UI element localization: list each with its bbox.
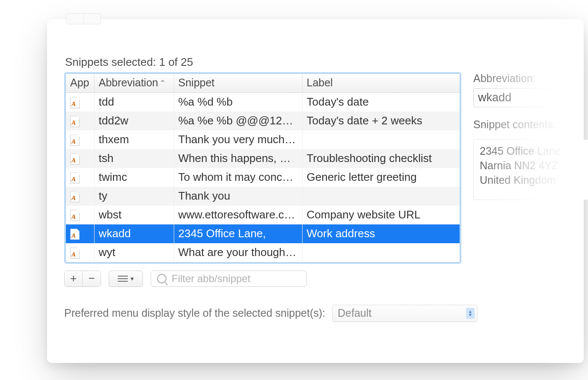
table-row[interactable]: AtyThank you [66,187,460,206]
cell-label: Work address [302,224,460,243]
snippet-detail-pane: Abbreviation: wkadd Snippet contents: 23… [473,72,588,200]
display-style-popup[interactable]: Default ▲▼ [332,305,478,322]
remove-button[interactable]: − [83,271,101,286]
cell-abbreviation: wkadd [94,224,174,243]
cell-abbreviation: twimc [94,168,174,187]
cell-snippet: %a %e %b @@@1209… [174,112,302,130]
cell-label: Generic letter greeting [302,168,460,187]
display-style-label: Preferred menu display style of the sele… [64,307,325,319]
filter-input[interactable] [171,272,300,285]
cell-label [302,187,460,206]
cell-abbreviation: thxem [94,130,174,149]
app-icon: A [70,172,80,183]
app-icon: A [70,229,80,240]
col-abbreviation[interactable]: Abbreviation⌃ [94,74,174,93]
cell-abbreviation: wbst [94,206,174,224]
display-style-value: Default [338,307,371,319]
cell-snippet: 2345 Office Lane, [174,224,302,243]
cell-snippet: To whom it may conce… [174,168,302,187]
table-row[interactable]: Atdd%a %d %bToday's date [66,93,460,112]
cell-label [302,130,460,149]
table-row[interactable]: Atdd2w%a %e %b @@@1209…Today's date + 2 … [66,112,460,130]
cell-snippet: Thank you very much… [174,130,302,149]
cell-snippet: %a %d %b [174,93,302,112]
chevron-down-icon: ▾ [131,275,134,283]
selection-status: Snippets selected: 1 of 25 [65,56,567,69]
cell-abbreviation: ty [94,187,174,206]
app-icon: A [70,97,80,108]
cell-label: Company website URL [302,206,460,224]
sort-ascending-icon: ⌃ [158,79,166,87]
cell-abbreviation: wyt [94,243,174,262]
cell-abbreviation: tdd2w [94,112,174,130]
add-button[interactable]: + [65,271,83,286]
cell-label: Today's date + 2 weeks [302,112,460,130]
list-options-menu[interactable]: ▾ [109,271,143,287]
table-row[interactable]: AtwimcTo whom it may conce…Generic lette… [66,168,460,187]
cell-abbreviation: tdd [94,93,174,112]
col-app[interactable]: App [66,74,94,93]
cell-snippet: What are your though… [174,243,302,262]
view-mode-segmented[interactable] [66,13,101,24]
app-icon: A [70,191,80,202]
stepper-arrows-icon: ▲▼ [466,308,475,319]
cell-snippet: www.ettoresoftware.c… [174,206,302,224]
cell-abbreviation: tsh [94,149,174,168]
app-icon: A [70,135,80,146]
search-icon [157,274,166,283]
table-row[interactable]: AthxemThank you very much… [66,130,460,149]
table-row[interactable]: AwytWhat are your though… [66,243,460,262]
table-row[interactable]: Awbstwww.ettoresoftware.c…Company websit… [66,206,460,224]
cell-snippet: Thank you [174,187,302,206]
snippets-window: Snippets selected: 1 of 25 App Abbreviat… [47,19,584,363]
col-snippet[interactable]: Snippet [174,74,302,93]
app-icon: A [70,116,80,127]
snippet-contents-textarea[interactable]: 2345 Office Lane, Narnia NN2 4YZ United … [473,139,588,200]
app-icon: A [70,210,80,221]
table-row[interactable]: AtshWhen this happens, w…Troubleshooting… [66,149,460,168]
col-label[interactable]: Label [302,74,460,93]
abbreviation-field-label: Abbreviation: [473,72,588,85]
snippet-contents-label: Snippet contents: [473,118,588,131]
cell-label [302,243,460,262]
cell-label: Troubleshooting checklist [302,149,460,168]
cell-snippet: When this happens, w… [174,149,302,168]
table-toolbar: + − ▾ [64,271,567,287]
cell-label: Today's date [302,93,460,112]
hamburger-icon [118,276,128,282]
table-header-row: App Abbreviation⌃ Snippet Label [66,74,460,93]
app-icon: A [70,153,80,165]
snippets-table[interactable]: App Abbreviation⌃ Snippet Label Atdd%a %… [64,72,461,264]
abbreviation-input[interactable]: wkadd [473,88,555,107]
app-icon: A [70,247,80,259]
table-row[interactable]: Awkadd2345 Office Lane,Work address [66,224,460,243]
filter-field[interactable] [151,271,307,287]
